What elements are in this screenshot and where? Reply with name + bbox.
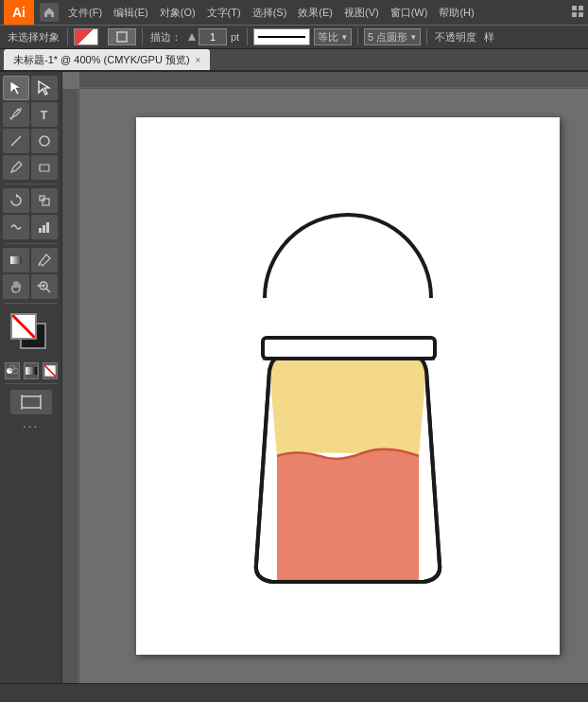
stroke-label: 描边： [148,30,183,44]
menu-help[interactable]: 帮助(H) [433,4,479,22]
tool-row-warp [3,215,60,239]
tool-separator-3 [5,303,58,304]
menu-text[interactable]: 文字(T) [201,4,247,22]
svg-rect-2 [572,12,577,17]
zoom-tool[interactable] [31,274,58,299]
ruler-marks-v [62,89,79,683]
sample-label: 样 [482,30,496,44]
artboard-tool-area [5,390,58,414]
line-tool[interactable] [3,129,29,153]
artboard-tool[interactable] [10,390,52,414]
stroke-color-box[interactable] [74,28,98,45]
svg-point-8 [16,109,18,111]
ai-logo: Ai [4,0,34,25]
select-tool[interactable] [3,76,29,100]
tool-separator-2 [5,243,58,244]
tab-close-button[interactable]: × [196,55,201,65]
color-swatch-area [5,309,58,355]
document-tab[interactable]: 未标题-1* @ 400% (CMYK/GPU 预览) × [4,49,210,70]
color-mode-row [5,362,58,379]
svg-rect-4 [117,32,127,42]
more-tools-area: ··· [5,416,58,435]
tool-separator-1 [5,184,58,184]
stroke-type-dropdown[interactable]: 等比 ▼ [314,28,352,45]
svg-point-10 [40,136,49,146]
tool-row-rotate [3,188,60,213]
left-toolbar: T [0,72,62,683]
rotate-tool[interactable] [3,188,29,213]
no-selection-label: 未选择对象 [6,30,61,44]
menu-edit[interactable]: 编辑(E) [108,4,154,22]
opacity-label: 不透明度 [433,30,478,44]
warp-tool[interactable] [3,215,29,239]
svg-rect-16 [43,225,45,233]
column-chart-tool[interactable] [31,215,58,239]
svg-marker-6 [10,81,21,95]
svg-line-9 [11,136,21,146]
text-tool[interactable]: T [31,102,58,127]
tool-row-hand [3,274,60,299]
tool-row-line [3,129,60,153]
gradient-mode-icon[interactable] [24,362,39,379]
grid-icon [571,5,584,20]
status-bar [0,683,588,702]
svg-line-21 [46,289,50,292]
tool-row-gradient [3,248,60,272]
svg-rect-0 [572,6,577,10]
foreground-color-swatch[interactable] [10,313,37,340]
cup-illustration [230,186,466,586]
svg-rect-40 [263,338,435,359]
svg-rect-11 [40,165,49,171]
eraser-tool[interactable] [31,155,58,180]
menu-view[interactable]: 视图(V) [338,4,385,22]
menu-file[interactable]: 文件(F) [62,4,108,22]
stroke-value[interactable]: 1 [199,28,227,45]
svg-rect-17 [46,222,49,233]
eyedropper-tool[interactable] [31,248,58,272]
canvas-background [79,89,588,683]
svg-rect-1 [579,6,583,10]
menu-select[interactable]: 选择(S) [247,4,293,22]
home-icon[interactable] [40,3,59,22]
point-shape-dropdown[interactable]: 5 点圆形 ▼ [364,28,421,45]
color-mode-icon[interactable] [5,362,20,379]
svg-rect-31 [22,396,41,408]
menu-window[interactable]: 窗口(W) [385,4,434,22]
menu-bar: Ai 文件(F) 编辑(E) 对象(O) 文字(T) 选择(S) 效果(E) 视… [0,0,588,25]
svg-rect-13 [43,199,49,205]
cup-svg [230,186,466,584]
menu-object[interactable]: 对象(O) [154,4,201,22]
pencil-tool[interactable] [3,155,29,180]
svg-rect-28 [26,367,37,375]
main-area: T [0,72,588,683]
canvas-area [62,72,588,683]
svg-marker-7 [39,81,49,95]
gradient-tool[interactable] [3,248,29,272]
hand-tool[interactable] [3,274,29,299]
tool-separator-4 [5,383,58,384]
artboard [136,117,560,655]
tab-bar: 未标题-1* @ 400% (CMYK/GPU 预览) × [0,49,588,72]
svg-line-19 [39,263,40,266]
ruler-marks-h [79,72,588,89]
tab-title: 未标题-1* @ 400% (CMYK/GPU 预览) [13,53,190,67]
more-tools-dots[interactable]: ··· [23,418,40,433]
direct-select-tool[interactable] [31,76,58,100]
tool-row-pencil [3,155,60,180]
stroke-line-preview[interactable] [253,28,310,45]
scale-tool[interactable] [31,188,58,213]
none-icon[interactable] [43,362,58,379]
fill-box[interactable] [108,28,136,45]
ellipse-tool[interactable] [31,129,58,153]
tool-row-select [3,76,60,100]
svg-rect-3 [579,12,583,17]
pen-tool[interactable] [3,102,29,127]
stroke-unit: pt [229,31,241,43]
tool-row-pen: T [3,102,60,127]
svg-marker-5 [188,33,196,41]
menu-effect[interactable]: 效果(E) [292,4,338,22]
svg-rect-15 [39,228,42,233]
toolbar: 未选择对象 描边： 1 pt 等比 ▼ 5 点圆形 ▼ 不透明度 样 [0,25,588,49]
svg-rect-18 [10,256,22,264]
svg-line-24 [12,315,35,338]
